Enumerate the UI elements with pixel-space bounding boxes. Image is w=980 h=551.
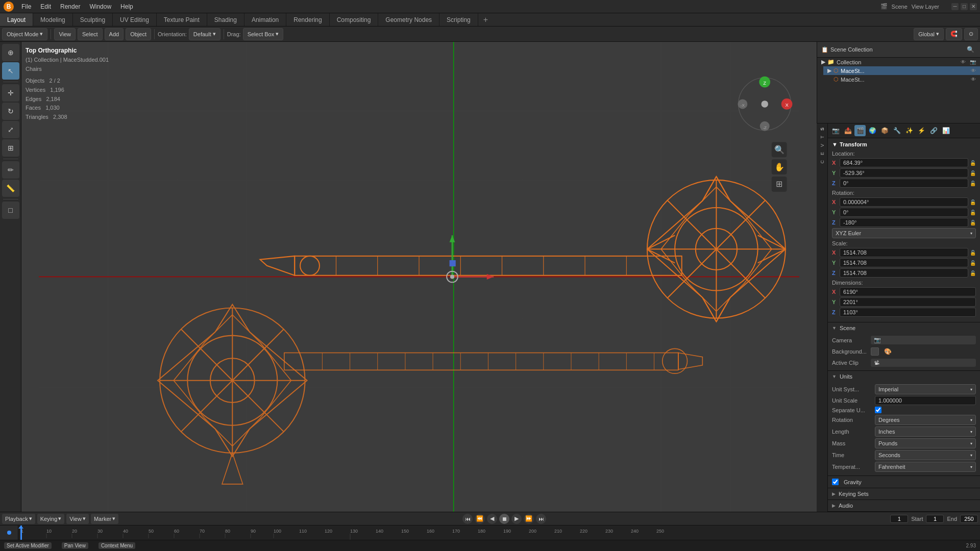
scale-y-lock[interactable]: 🔓 [970, 260, 976, 266]
timeline-track[interactable]: 1 10 20 30 40 50 60 70 80 90 100 110 120… [18, 525, 980, 540]
ws-tab-uv-editing[interactable]: UV Editing [113, 13, 157, 26]
menu-window[interactable]: Window [85, 2, 115, 11]
menu-render[interactable]: Render [56, 2, 84, 11]
prop-object-icon[interactable]: 📦 [879, 125, 890, 136]
time-selector[interactable]: Seconds ▾ [875, 450, 976, 460]
maximize-button[interactable]: □ [961, 3, 968, 10]
prop-physics-icon[interactable]: ⚡ [916, 125, 927, 136]
menu-edit[interactable]: Edit [36, 2, 55, 11]
audio-header[interactable]: ▶ Audio [828, 500, 980, 511]
prop-tab-tool[interactable]: T [817, 134, 828, 141]
measure-tool[interactable]: 📏 [2, 180, 19, 197]
macest1-vis-icon[interactable]: 👁 [971, 68, 976, 73]
scene-section-header[interactable]: ▼ Scene [828, 322, 980, 334]
scale-z-value[interactable]: 1514.708 [840, 268, 968, 278]
close-button[interactable]: ✕ [970, 3, 977, 10]
keying-menu[interactable]: Keying ▾ [37, 514, 65, 524]
dim-z-value[interactable]: 1103° [840, 308, 976, 317]
drag-selector[interactable]: Select Box ▾ [243, 28, 284, 40]
prev-keyframe-button[interactable]: ⏪ [475, 514, 485, 524]
add-cube-tool[interactable]: □ [2, 202, 19, 219]
minimize-button[interactable]: ─ [951, 3, 959, 10]
timeline-ruler-area[interactable]: 1 10 20 30 40 50 60 70 80 90 100 110 120… [0, 525, 980, 540]
dim-y-value[interactable]: 2201° [840, 297, 976, 307]
ws-tab-animation[interactable]: Animation [244, 13, 286, 26]
rot-z-lock[interactable]: 🔓 [970, 220, 976, 226]
rot-x-value[interactable]: 0.000004° [840, 197, 968, 207]
end-frame[interactable]: 250 [960, 515, 978, 523]
outliner-item-macest1[interactable]: ▶ ⬡ MaceSt... 👁 [823, 66, 980, 75]
prop-tab-view[interactable]: V [817, 142, 828, 149]
gravity-checkbox[interactable] [832, 479, 839, 485]
orientation-selector[interactable]: Default ▾ [189, 28, 220, 40]
transform-selector[interactable]: Global ▾ [914, 28, 944, 40]
select-menu[interactable]: Select [78, 28, 103, 40]
prop-modifiers-icon[interactable]: 🔧 [891, 125, 902, 136]
rot-y-value[interactable]: 0° [840, 208, 968, 217]
render-icon[interactable]: 📷 [970, 59, 976, 65]
scale-x-lock[interactable]: 🔓 [970, 250, 976, 256]
marker-menu[interactable]: Marker ▾ [91, 514, 118, 524]
prop-output-icon[interactable]: 📤 [842, 125, 853, 136]
ws-tab-texture-paint[interactable]: Texture Paint [157, 13, 207, 26]
separate-u-checkbox[interactable] [875, 407, 881, 413]
outliner-item-macest2[interactable]: ⬡ MaceSt... 👁 [817, 75, 980, 84]
menu-help[interactable]: Help [116, 2, 137, 11]
prop-particles-icon[interactable]: ✨ [903, 125, 915, 136]
stop-button[interactable]: ⏹ [499, 514, 509, 524]
background-picker[interactable]: 🎨 [882, 346, 893, 357]
temperature-selector[interactable]: Fahrenheit ▾ [875, 462, 976, 472]
length-selector[interactable]: Inches ▾ [875, 427, 976, 437]
visibility-icon[interactable]: 👁 [961, 59, 966, 65]
rot-z-value[interactable]: -180° [840, 218, 968, 227]
loc-x-lock[interactable]: 🔓 [970, 160, 976, 166]
rotation-units-selector[interactable]: Degrees ▾ [875, 415, 976, 425]
start-frame[interactable]: 1 [926, 515, 944, 523]
rot-y-lock[interactable]: 🔓 [970, 210, 976, 215]
prop-render-icon[interactable]: 📷 [830, 125, 841, 136]
rotation-mode-selector[interactable]: XYZ Euler ▾ [832, 228, 976, 238]
scale-x-value[interactable]: 1514.708 [840, 248, 968, 257]
scale-y-value[interactable]: 1514.708 [840, 258, 968, 267]
menu-file[interactable]: File [17, 2, 35, 11]
viewport[interactable]: Top Orthographic (1) Collection | MaceSt… [21, 42, 817, 512]
annotate-tool[interactable]: ✏ [2, 161, 19, 179]
play-reverse-button[interactable]: ◀ [487, 514, 497, 524]
jump-end-button[interactable]: ⏭ [536, 514, 546, 524]
macest2-vis-icon[interactable]: 👁 [971, 77, 976, 82]
transform-tool[interactable]: ⊞ [2, 139, 19, 157]
dim-x-value[interactable]: 6190° [840, 287, 976, 296]
ws-tab-geometry-nodes[interactable]: Geometry Nodes [378, 13, 439, 26]
cursor-tool[interactable]: ⊕ [2, 44, 19, 61]
rot-x-lock[interactable]: 🔓 [970, 199, 976, 205]
prop-scene-icon[interactable]: 🎬 [854, 125, 866, 136]
loc-z-value[interactable]: 0° [840, 179, 968, 188]
scale-tool[interactable]: ⤢ [2, 121, 19, 138]
active-clip-value[interactable]: 📽 [871, 359, 976, 367]
proportional-edit-button[interactable]: ⊙ [964, 28, 978, 40]
current-frame[interactable]: 1 [890, 515, 908, 523]
move-tool[interactable]: ✛ [2, 84, 19, 102]
select-tool[interactable]: ↖ [2, 62, 19, 80]
loc-z-lock[interactable]: 🔓 [970, 181, 976, 186]
scale-z-lock[interactable]: 🔓 [970, 270, 976, 276]
mass-selector[interactable]: Pounds ▾ [875, 438, 976, 448]
mode-selector[interactable]: Object Mode ▾ [2, 28, 47, 40]
add-workspace-button[interactable]: + [478, 13, 493, 26]
loc-y-lock[interactable]: 🔓 [970, 170, 976, 176]
next-keyframe-button[interactable]: ⏩ [524, 514, 534, 524]
outliner-filter-button[interactable]: 🔍 [965, 44, 976, 55]
ws-tab-modeling[interactable]: Modeling [33, 13, 73, 26]
ws-tab-compositing[interactable]: Compositing [330, 13, 379, 26]
ws-tab-rendering[interactable]: Rendering [286, 13, 329, 26]
ws-tab-layout[interactable]: Layout [0, 13, 33, 26]
prop-tab-create[interactable]: C [817, 158, 828, 166]
prop-data-icon[interactable]: 📊 [940, 125, 951, 136]
gravity-header[interactable]: Gravity [828, 476, 980, 488]
add-menu[interactable]: Add [105, 28, 124, 40]
snap-button[interactable]: 🧲 [946, 28, 962, 40]
ws-tab-scripting[interactable]: Scripting [439, 13, 478, 26]
background-color[interactable] [871, 347, 879, 356]
unit-system-selector[interactable]: Imperial ▾ [875, 384, 976, 394]
keying-sets-header[interactable]: ▶ Keying Sets [828, 488, 980, 499]
